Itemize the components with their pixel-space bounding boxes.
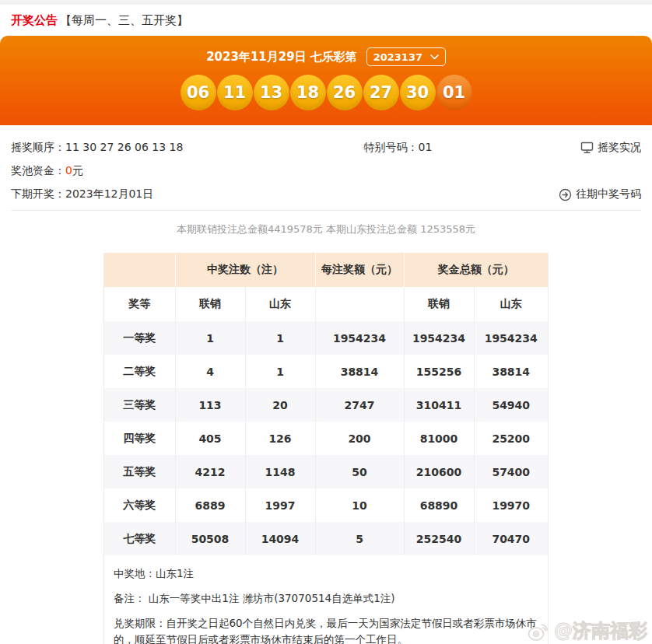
draw-order-value: 11 30 27 26 06 13 18: [65, 141, 183, 153]
lottery-ball: 11: [217, 75, 253, 110]
arrow-circle-icon: [559, 188, 572, 201]
winner-location-label: 中奖地：: [114, 567, 156, 579]
sd-count-cell: 14094: [245, 522, 315, 555]
table-row: 三等奖 113 20 2747 310411 54940: [104, 388, 548, 422]
union-total-cell: 1954234: [404, 321, 474, 355]
per-bet-cell: 1954234: [315, 321, 404, 355]
table-sub-header-row: 奖等 联销 山东 联销 山东: [104, 287, 548, 321]
tier-cell: 四等奖: [104, 422, 175, 455]
next-draw-row: 下期开奖：2023年12月01日 往期中奖号码: [11, 183, 641, 206]
live-draw-link[interactable]: 摇奖实况: [580, 141, 641, 155]
union-total-cell: 68890: [404, 488, 474, 522]
table-group-header-row: 中奖注数（注） 每注奖额（元） 奖金总额（元）: [104, 253, 548, 287]
prize-table: 中奖注数（注） 每注奖额（元） 奖金总额（元） 奖等 联销 山东 联销 山东 一…: [104, 253, 548, 555]
header-spacer-cell: [104, 253, 175, 287]
lottery-ball: 06: [181, 75, 216, 110]
history-numbers-label: 往期中奖号码: [576, 187, 641, 201]
union-count-cell: 1: [175, 321, 245, 355]
union-count-cell: 50508: [175, 522, 245, 555]
chevron-down-icon: [430, 54, 439, 60]
subheader-union: 联销: [175, 287, 245, 321]
union-count-cell: 4212: [175, 455, 245, 488]
prize-pool: 奖池资金：0元: [11, 164, 83, 178]
header-total-group: 奖金总额（元）: [404, 253, 548, 287]
history-numbers-link[interactable]: 往期中奖号码: [559, 187, 641, 201]
lottery-ball: 26: [327, 75, 363, 110]
sd-count-cell: 126: [245, 422, 315, 455]
union-total-cell: 155256: [404, 355, 474, 388]
sd-count-cell: 1: [245, 321, 315, 355]
special-number-label: 特别号码：: [364, 141, 419, 153]
subheader-tier: 奖等: [104, 287, 175, 321]
table-row: 五等奖 4212 1148 50 210600 57400: [104, 455, 548, 488]
draw-order-label: 摇奖顺序：: [11, 141, 65, 153]
header-count-group: 中奖注数（注）: [175, 253, 315, 287]
next-draw: 下期开奖：2023年12月01日: [11, 187, 153, 201]
per-bet-cell: 200: [315, 422, 404, 455]
tier-cell: 二等奖: [104, 355, 175, 388]
union-total-cell: 81000: [404, 422, 474, 455]
sd-total-cell: 54940: [474, 388, 548, 422]
per-bet-cell: 5: [315, 522, 404, 555]
subheader-shandong: 山东: [245, 287, 315, 321]
per-bet-cell: 38814: [315, 355, 404, 388]
draw-order: 摇奖顺序：11 30 27 26 06 13 18: [11, 141, 364, 155]
sd-count-cell: 20: [245, 388, 315, 422]
draw-banner: 2023年11月29日 七乐彩第 2023137 06 11 13 18 26 …: [0, 36, 652, 125]
tier-cell: 三等奖: [104, 388, 175, 422]
header-per-bet-group: 每注奖额（元）: [315, 253, 404, 287]
sd-total-cell: 25200: [474, 422, 548, 455]
remark-note: 备注： 山东一等奖中出1注 潍坊市(37070514自选单式1注): [114, 590, 538, 607]
table-row: 一等奖 1 1 1954234 1954234 1954234: [104, 321, 548, 355]
union-count-cell: 405: [175, 422, 245, 455]
sd-total-cell: 38814: [474, 355, 548, 388]
table-row: 六等奖 6889 1997 10 68890 19970: [104, 488, 548, 522]
live-draw-label: 摇奖实况: [598, 141, 641, 155]
draw-order-row: 摇奖顺序：11 30 27 26 06 13 18 特别号码：01 摇奖实况: [11, 136, 641, 159]
special-number-value: 01: [419, 141, 433, 153]
monitor-icon: [580, 142, 594, 154]
section-divider: [11, 210, 641, 211]
issue-number-dropdown[interactable]: 2023137: [366, 47, 446, 66]
sd-total-cell: 70470: [474, 522, 548, 555]
weibo-handle: @济南福彩: [554, 618, 647, 643]
sd-count-cell: 1: [245, 355, 315, 388]
tier-cell: 五等奖: [104, 455, 175, 488]
special-number: 特别号码：01: [364, 141, 580, 155]
table-row: 二等奖 4 1 38814 155256 38814: [104, 355, 548, 388]
issue-number: 2023137: [373, 51, 422, 63]
page-title: 开奖公告: [11, 13, 58, 28]
lottery-ball: 18: [290, 75, 326, 110]
remark-value: 山东一等奖中出1注 潍坊市(37070514自选单式1注): [149, 592, 395, 604]
per-bet-cell: 50: [315, 455, 404, 488]
page-subtitle: 【每周一、三、五开奖】: [60, 13, 188, 28]
tier-cell: 一等奖: [104, 321, 175, 355]
prize-panel: 中奖注数（注） 每注奖额（元） 奖金总额（元） 奖等 联销 山东 联销 山东 一…: [103, 253, 549, 644]
union-total-cell: 252540: [404, 522, 474, 555]
sd-count-cell: 1148: [245, 455, 315, 488]
sd-total-cell: 19970: [474, 488, 548, 522]
sales-summary-text: 本期联销投注总金额4419578元 本期山东投注总金额 1253558元: [0, 222, 652, 236]
subheader-shandong: 山东: [474, 287, 548, 321]
special-number-ball: 01: [436, 75, 472, 110]
next-draw-date: 2023年12月01日: [65, 187, 153, 200]
draw-info-section: 摇奖顺序：11 30 27 26 06 13 18 特别号码：01 摇奖实况 奖…: [0, 125, 652, 206]
lottery-ball: 13: [254, 75, 289, 110]
winning-balls-row: 06 11 13 18 26 27 30 01: [0, 75, 652, 110]
lottery-ball: 30: [400, 75, 436, 110]
deadline-value: 自开奖之日起60个自然日内兑奖，最后一天为国家法定节假日或者彩票市场休市的，顺延…: [114, 617, 537, 644]
union-total-cell: 310411: [404, 388, 474, 422]
prize-pool-row: 奖池资金：0元: [11, 159, 641, 183]
sd-total-cell: 57400: [474, 455, 548, 488]
prize-pool-unit: 元: [72, 164, 83, 177]
subheader-spacer: [315, 287, 404, 321]
per-bet-cell: 10: [315, 488, 404, 522]
notes-section: 中奖地：山东1注 备注： 山东一等奖中出1注 潍坊市(37070514自选单式1…: [104, 555, 548, 644]
tier-cell: 七等奖: [104, 522, 175, 555]
table-row: 四等奖 405 126 200 81000 25200: [104, 422, 548, 455]
union-count-cell: 113: [175, 388, 245, 422]
remark-label: 备注：: [114, 592, 145, 604]
tier-cell: 六等奖: [104, 488, 175, 522]
deadline-note: 兑奖期限：自开奖之日起60个自然日内兑奖，最后一天为国家法定节假日或者彩票市场休…: [114, 615, 538, 644]
union-total-cell: 210600: [404, 455, 474, 488]
